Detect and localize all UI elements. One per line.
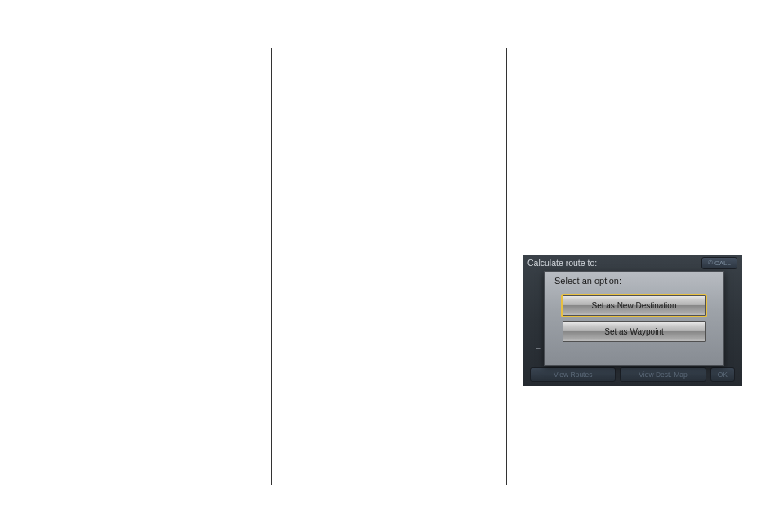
dialog-buttons: Set as New Destination Set as Waypoint	[545, 289, 723, 348]
nav-dash: –	[536, 344, 541, 352]
nav-header: Calculate route to: ✆ CALL	[523, 255, 742, 271]
nav-title: Calculate route to:	[527, 258, 597, 268]
nav-bottom-buttons: View Routes View Dest. Map OK	[530, 367, 735, 382]
dialog-overlay: Select an option: Set as New Destination…	[544, 271, 724, 366]
set-destination-button[interactable]: Set as New Destination	[563, 295, 706, 316]
horizontal-rule	[37, 33, 742, 33]
view-routes-button[interactable]: View Routes	[530, 367, 616, 382]
nav-screen: Calculate route to: ✆ CALL – View Routes…	[523, 255, 742, 386]
call-label: CALL	[714, 259, 731, 267]
phone-icon: ✆	[708, 259, 713, 266]
view-dest-map-button[interactable]: View Dest. Map	[620, 367, 706, 382]
column-middle	[272, 48, 507, 485]
ok-button[interactable]: OK	[710, 367, 735, 382]
set-waypoint-button[interactable]: Set as Waypoint	[563, 321, 706, 342]
dialog-title: Select an option:	[545, 272, 723, 289]
call-button[interactable]: ✆ CALL	[701, 257, 737, 269]
column-left	[37, 48, 272, 485]
